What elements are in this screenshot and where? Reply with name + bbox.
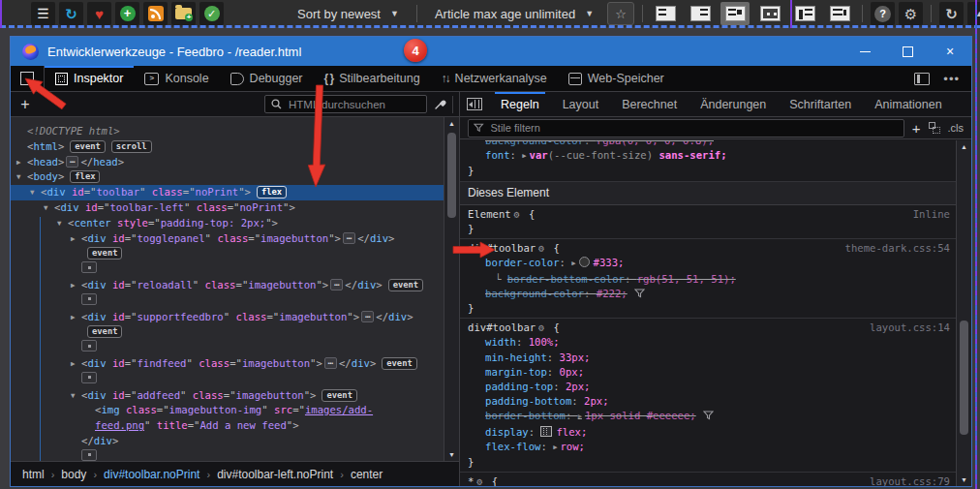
sidebar-tab-änderungen[interactable]: Änderungen <box>689 92 778 116</box>
tree-row[interactable]: ▼<body>flex <box>11 169 444 185</box>
tree-row[interactable]: feed.png" title="Add a new feed"> <box>11 418 444 434</box>
node-badge[interactable]: flex <box>257 186 287 199</box>
tree-row[interactable] <box>11 449 444 461</box>
tab-debugger[interactable]: Debugger <box>220 66 314 91</box>
attribute-link-value[interactable]: feed.png <box>95 419 144 431</box>
style-filter-input[interactable] <box>489 121 899 135</box>
node-badge[interactable]: event <box>70 140 105 153</box>
tree-row[interactable]: ▼<div id="toolbar" class="noPrint">flex <box>11 185 444 200</box>
css-declaration[interactable]: margin-top: 0px; <box>468 365 956 380</box>
breadcrumb-item[interactable]: body <box>61 468 86 481</box>
tree-row[interactable]: ▼<div id="toolbar-left" class="noPrint"> <box>11 200 444 216</box>
create-node-button[interactable]: + <box>11 96 40 113</box>
view-mode-headlines-left[interactable] <box>651 2 680 25</box>
twisty-icon[interactable]: ▼ <box>16 169 27 185</box>
help-button[interactable]: ? <box>871 2 895 25</box>
whitespace-node-badge[interactable] <box>81 449 97 461</box>
scroll-up-arrow[interactable]: ▲ <box>957 143 971 150</box>
attribute-link-value[interactable]: images/add- <box>305 404 373 415</box>
view-mode-grid-view[interactable] <box>755 2 784 25</box>
eyedropper-button[interactable] <box>427 98 452 110</box>
color-swatch[interactable] <box>579 257 590 267</box>
view-mode-article-view[interactable] <box>825 2 854 25</box>
toolbox-menu-button[interactable]: ••• <box>943 76 960 81</box>
twisty-icon[interactable]: ▶ <box>71 231 81 247</box>
style-filter-box[interactable] <box>468 119 904 138</box>
scrollbar-thumb[interactable] <box>447 133 456 218</box>
css-declaration[interactable]: padding-bottom: 2px; <box>468 394 956 409</box>
css-declaration[interactable]: border-bottom: ▶1px solid #eeeeee; <box>468 409 956 424</box>
stylesheet-source-link[interactable]: Inline <box>913 207 950 222</box>
twisty-icon[interactable]: ▼ <box>44 200 54 216</box>
node-badge[interactable]: event <box>87 247 122 260</box>
sort-dropdown[interactable]: Sort by newest ▼ <box>288 7 409 21</box>
css-selector[interactable]: * <box>468 475 474 486</box>
add-button[interactable]: + <box>115 2 139 25</box>
tree-row[interactable]: </div> <box>11 434 444 449</box>
view-mode-magazine-view[interactable] <box>790 2 819 25</box>
sidebar-tab-schriftarten[interactable]: Schriftarten <box>778 92 863 116</box>
star-filter-button[interactable]: ☆ <box>607 2 634 25</box>
tree-row[interactable]: ▶<head>⋯</head> <box>11 155 444 170</box>
tab-stilbearbeitung[interactable]: { }Stilbearbeitung <box>314 66 431 91</box>
tree-row[interactable]: <html>eventscroll <box>11 139 444 155</box>
twisty-icon[interactable]: ▶ <box>71 278 81 293</box>
scroll-down-arrow[interactable]: ▼ <box>444 451 459 458</box>
css-declaration[interactable]: └ border-bottom-color: rgb(51, 51, 51); <box>468 272 956 287</box>
cls-toggle-button[interactable]: .cls <box>948 122 965 134</box>
breadcrumb-item[interactable]: html <box>22 468 45 481</box>
collapsed-content-badge[interactable]: ⋯ <box>343 232 355 244</box>
whitespace-node-badge[interactable] <box>81 340 97 351</box>
sidebar-tab-animationen[interactable]: Animationen <box>863 92 954 116</box>
split-console-icon[interactable] <box>914 73 930 85</box>
tree-row[interactable]: event <box>11 246 444 261</box>
html-search-input[interactable] <box>287 98 407 111</box>
html-search-box[interactable] <box>264 95 427 113</box>
tree-row[interactable]: ▶<div id="reloadall" class="imagebutton"… <box>11 278 444 293</box>
tab-konsole[interactable]: >Konsole <box>134 66 219 91</box>
settings-button[interactable]: ⚙ <box>899 2 923 25</box>
node-badge[interactable]: event <box>382 357 416 370</box>
collapsed-content-badge[interactable]: ⋯ <box>324 357 337 369</box>
css-declaration[interactable]: padding-top: 2px; <box>468 380 956 394</box>
tree-row[interactable] <box>11 293 444 310</box>
css-declaration[interactable]: border-color: ▶#333; <box>468 256 956 271</box>
twisty-icon[interactable]: ▶ <box>16 155 27 170</box>
css-selector[interactable]: div#toolbar <box>468 321 536 333</box>
tab-netzwerkanalyse[interactable]: ↑↓Netzwerkanalyse <box>431 66 558 91</box>
maximize-button[interactable] <box>886 37 929 66</box>
sidebar-tab-regeln[interactable]: Regeln <box>489 92 551 116</box>
favorites-button[interactable]: ♥ <box>87 2 111 25</box>
css-declaration[interactable]: background-color: rgba(0, 0, 0, 0.8); <box>468 140 956 148</box>
breadcrumb-item[interactable]: div#toolbar-left.noPrint <box>217 468 333 481</box>
stylesheet-source-link[interactable]: layout.css:79 <box>870 474 950 486</box>
tab-web-speicher[interactable]: Web-Speicher <box>558 66 675 91</box>
expander-arrow-icon[interactable]: ▶ <box>571 260 575 267</box>
whitespace-node-badge[interactable] <box>81 293 97 305</box>
tree-row[interactable] <box>11 340 444 356</box>
tree-row[interactable]: ▼<center style="padding-top: 2px;"> <box>11 216 444 231</box>
css-declaration[interactable]: min-height: 33px; <box>468 351 956 365</box>
add-rule-button[interactable]: + <box>912 121 921 136</box>
expander-arrow-icon[interactable]: ▶ <box>578 413 582 420</box>
minimize-button[interactable] <box>843 37 886 66</box>
mark-read-button[interactable]: ✓ <box>199 2 224 25</box>
view-mode-list-left-preview[interactable] <box>720 2 750 25</box>
breadcrumb-item[interactable]: center <box>351 468 383 481</box>
node-badge[interactable]: event <box>87 325 122 338</box>
tree-row[interactable]: ▶<div id="supportfeedbro" class="imagebu… <box>11 310 444 325</box>
collapsed-content-badge[interactable]: ⋯ <box>66 156 78 168</box>
tab-inspektor[interactable]: Inspektor <box>45 66 134 91</box>
stylesheet-source-link[interactable]: layout.css:14 <box>870 321 950 335</box>
expander-arrow-icon[interactable]: ▶ <box>553 443 557 451</box>
twisty-icon[interactable]: ▼ <box>57 216 68 231</box>
menu-button[interactable]: ☰ <box>31 2 55 25</box>
expander-arrow-icon[interactable]: ▶ <box>522 152 526 160</box>
markup-scrollbar[interactable]: ▲ ▼ <box>444 117 459 461</box>
reload-feeds-button[interactable]: ↻ <box>59 2 83 25</box>
collapsed-content-badge[interactable]: ⋯ <box>330 279 343 290</box>
css-declaration[interactable]: flex-flow: ▶row; <box>468 440 956 455</box>
breadcrumb-item[interactable]: div#toolbar.noPrint <box>104 468 199 481</box>
css-selector[interactable]: Element <box>468 208 511 220</box>
css-selector[interactable]: div#toolbar <box>468 242 536 254</box>
